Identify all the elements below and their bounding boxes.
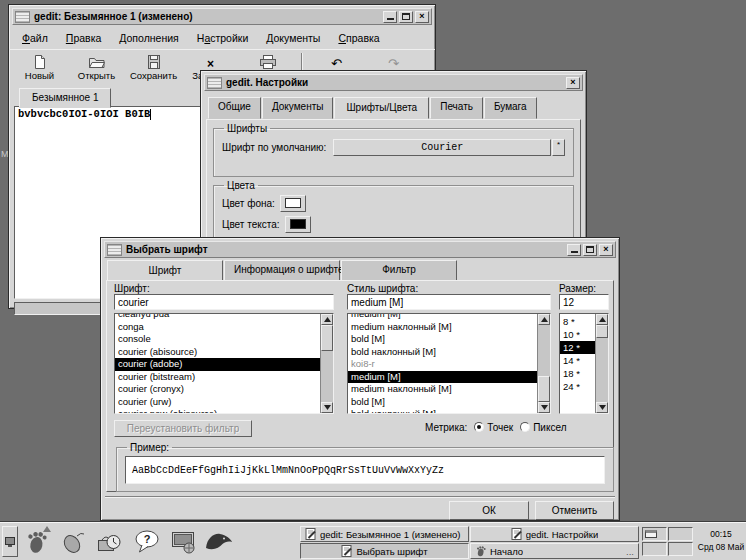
toolbar-save-button[interactable]: Сохранить [125, 52, 182, 81]
list-item[interactable]: medium наклонный [M] [348, 321, 537, 334]
gedit-titlebar[interactable]: gedit: Безымянное 1 (изменено) × [12, 8, 432, 25]
tab-font-info[interactable]: Информация о шрифте [224, 260, 340, 282]
scroll-down-icon[interactable] [596, 402, 608, 413]
list-item[interactable]: 10 * [560, 328, 595, 341]
style-list-scrollbar[interactable] [537, 314, 550, 413]
tab-paper[interactable]: Бумага [484, 97, 537, 119]
text-color-button[interactable] [285, 216, 311, 233]
list-item[interactable]: courier new (abisource) [115, 408, 320, 413]
list-item[interactable]: bold наклонный [M] [348, 346, 537, 359]
text-color-swatch [290, 219, 306, 229]
window-menu-icon[interactable] [207, 77, 222, 89]
list-item[interactable]: courier (abisource) [115, 346, 320, 359]
close-button[interactable]: × [566, 77, 580, 89]
scroll-thumb[interactable] [538, 376, 550, 402]
menu-settings[interactable]: Настройки [188, 29, 258, 47]
list-item[interactable]: bold наклонный [M] [348, 408, 537, 413]
toolbar-open-button[interactable]: Открыть [68, 52, 125, 81]
radio-checked-icon [474, 422, 484, 432]
mozilla-launcher[interactable] [204, 528, 234, 556]
gnome-foot-icon [24, 529, 50, 555]
list-item-selected[interactable]: 12 * [560, 341, 595, 354]
maximize-button[interactable] [399, 11, 413, 23]
list-item[interactable]: 24 * [560, 380, 595, 393]
main-menu-launcher[interactable] [22, 528, 52, 556]
font-picker-button[interactable]: Courier [333, 139, 551, 156]
toolbar-new-button[interactable]: Новый [11, 52, 68, 81]
scroll-trough[interactable] [538, 325, 550, 376]
window-menu-icon[interactable] [15, 11, 30, 23]
help-launcher[interactable]: ? [132, 528, 162, 556]
settings-titlebar[interactable]: gedit. Настройки × [204, 74, 583, 91]
clock-applet[interactable]: 00:15 Срд 08 Май [697, 528, 745, 554]
tab-general[interactable]: Общие [208, 97, 261, 119]
list-item[interactable]: conga [115, 321, 320, 334]
toolbar-label: Открыть [78, 70, 115, 81]
scroll-up-icon[interactable] [538, 314, 550, 325]
list-item[interactable]: medium [M] [348, 313, 537, 321]
style-input[interactable] [347, 294, 551, 310]
pager-desktop-2[interactable] [668, 527, 693, 541]
menu-plugins[interactable]: Дополнения [110, 29, 187, 47]
scroll-thumb[interactable] [596, 325, 608, 338]
scroll-down-icon[interactable] [538, 402, 550, 413]
menu-file[interactable]: Файл [13, 29, 57, 47]
list-item[interactable]: medium наклонный [M] [348, 383, 537, 396]
cancel-button[interactable]: Отменить [535, 501, 614, 520]
menu-documents[interactable]: Документы [257, 29, 329, 47]
menu-edit[interactable]: Правка [57, 29, 110, 47]
tab-print[interactable]: Печать [430, 97, 483, 119]
minimize-button[interactable] [383, 11, 397, 23]
tab-fonts-colors[interactable]: Шрифты/Цвета [334, 97, 429, 119]
ok-button[interactable]: ОК [449, 501, 529, 520]
metric-pixels-option[interactable]: Пиксел [520, 422, 566, 433]
mouse-app-launcher[interactable] [58, 528, 88, 556]
tab-filter[interactable]: Фильтр [341, 260, 457, 282]
scroll-down-icon[interactable] [321, 402, 333, 413]
toolbox-launcher[interactable] [94, 528, 124, 556]
font-list-scrollbar[interactable] [320, 314, 333, 413]
pager-desktop-1[interactable] [642, 527, 667, 541]
list-item[interactable]: bold [M] [348, 333, 537, 346]
size-list-scrollbar[interactable] [595, 314, 608, 413]
list-item[interactable]: console [115, 333, 320, 346]
menu-help[interactable]: Справка [329, 29, 388, 47]
font-dialog-titlebar[interactable]: Выбрать шрифт × [104, 241, 616, 258]
list-item[interactable]: courier (cronyx) [115, 383, 320, 396]
scroll-trough[interactable] [596, 338, 608, 402]
document-tab[interactable]: Безымянное 1 [19, 88, 111, 108]
scroll-trough[interactable] [321, 351, 333, 402]
task-font-dialog[interactable]: Выбрать шрифт [300, 543, 469, 559]
pager-desktop-4[interactable] [668, 542, 693, 556]
list-item-selected[interactable]: medium [M] [348, 371, 537, 384]
maximize-button[interactable] [583, 244, 597, 256]
list-item[interactable]: 14 * [560, 354, 595, 367]
list-item[interactable]: 18 * [560, 367, 595, 380]
list-item[interactable]: courier (urw) [115, 396, 320, 409]
close-button[interactable]: × [415, 11, 429, 23]
tab-documents[interactable]: Документы [262, 97, 334, 119]
list-item[interactable]: bold [M] [348, 396, 537, 409]
window-menu-icon[interactable] [107, 244, 122, 256]
scroll-up-icon[interactable] [321, 314, 333, 325]
pager-desktop-3[interactable] [642, 542, 667, 556]
size-input[interactable] [559, 294, 609, 310]
task-start[interactable]: Начало ... [470, 543, 639, 559]
minimize-button[interactable] [567, 244, 581, 256]
scroll-thumb[interactable] [321, 325, 333, 351]
list-item[interactable]: courier (bitstream) [115, 371, 320, 384]
list-item[interactable]: 8 * [560, 315, 595, 328]
close-button[interactable]: × [599, 244, 613, 256]
list-item[interactable]: clearlyu pua [115, 313, 320, 321]
tab-font[interactable]: Шрифт [107, 260, 223, 282]
font-combo-side-button[interactable]: * [552, 139, 565, 156]
task-gedit-settings[interactable]: gedit. Настройки [470, 526, 639, 542]
control-center-launcher[interactable] [168, 528, 198, 556]
scroll-up-icon[interactable] [596, 314, 608, 325]
panel-hide-button[interactable] [2, 526, 18, 557]
list-item-selected[interactable]: courier (adobe) [115, 358, 320, 371]
metric-points-option[interactable]: Точек [474, 422, 513, 433]
font-input[interactable] [114, 294, 334, 310]
task-gedit-main[interactable]: gedit: Безымянное 1 (изменено) [300, 526, 469, 542]
background-color-button[interactable] [280, 195, 306, 212]
